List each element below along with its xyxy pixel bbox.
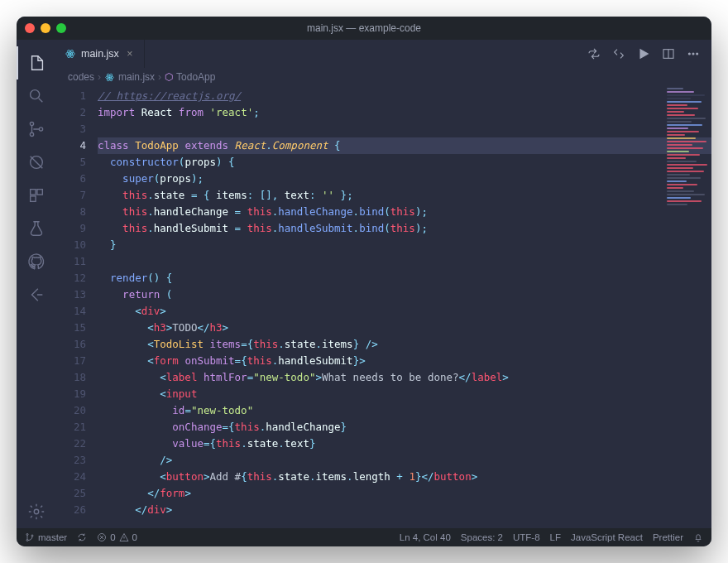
window-controls: [25, 23, 66, 33]
svg-point-17: [109, 76, 111, 78]
breadcrumb-symbol[interactable]: TodoApp: [176, 71, 215, 83]
extensions-icon[interactable]: [17, 179, 56, 212]
svg-point-16: [697, 53, 698, 55]
maximize-window-button[interactable]: [56, 23, 66, 33]
error-icon: [97, 532, 107, 542]
breadcrumb-file[interactable]: main.jsx: [118, 71, 155, 83]
titlebar: main.jsx — example-code: [17, 17, 711, 40]
breadcrumbs[interactable]: codes › main.jsx › ⬡ TodoApp: [56, 68, 711, 86]
svg-point-21: [26, 534, 28, 536]
svg-rect-5: [31, 190, 36, 195]
activity-bar: [17, 40, 56, 528]
svg-point-23: [31, 535, 33, 537]
chevron-right-icon: ›: [158, 71, 161, 83]
close-tab-icon[interactable]: ×: [124, 48, 136, 60]
editor-area: main.jsx × codes › main.jsx › ⬡: [56, 40, 711, 528]
encoding-status[interactable]: UTF-8: [513, 532, 540, 542]
problems-status[interactable]: 0 0: [97, 532, 137, 542]
indentation-status[interactable]: Spaces: 2: [461, 532, 503, 542]
svg-point-0: [31, 90, 40, 99]
explorer-icon[interactable]: [17, 46, 56, 79]
tab-filename: main.jsx: [81, 48, 119, 60]
branch-name: master: [38, 532, 67, 542]
tab-bar: main.jsx ×: [56, 40, 711, 68]
formatter-status[interactable]: Prettier: [653, 532, 683, 542]
git-branch-status[interactable]: master: [25, 532, 67, 542]
react-icon: [104, 72, 115, 83]
symbol-class-icon: ⬡: [165, 71, 173, 83]
source-control-icon[interactable]: [17, 113, 56, 146]
breadcrumb-folder[interactable]: codes: [68, 71, 94, 83]
editor-actions: [587, 40, 711, 68]
warning-icon: [119, 532, 129, 542]
search-icon[interactable]: [17, 79, 56, 113]
svg-rect-6: [37, 190, 42, 195]
line-number-gutter[interactable]: 1234567891011121314151617181920212223242…: [56, 86, 98, 528]
go-to-changes-icon[interactable]: [587, 47, 601, 60]
git-branch-icon: [25, 532, 35, 542]
svg-point-1: [30, 122, 33, 125]
svg-rect-7: [31, 196, 36, 201]
svg-point-9: [69, 53, 71, 55]
leetcode-icon[interactable]: [17, 278, 56, 311]
compare-icon[interactable]: [612, 47, 625, 60]
chevron-right-icon: ›: [98, 71, 101, 83]
run-icon[interactable]: [637, 47, 650, 60]
sync-icon: [77, 532, 87, 542]
minimize-window-button[interactable]: [41, 23, 50, 33]
code-editor[interactable]: 1234567891011121314151617181920212223242…: [56, 86, 711, 528]
svg-point-15: [692, 53, 694, 55]
github-icon[interactable]: [17, 245, 56, 278]
svg-point-3: [39, 128, 42, 131]
react-icon: [65, 48, 76, 60]
more-actions-icon[interactable]: [687, 47, 700, 60]
close-window-button[interactable]: [25, 23, 35, 33]
svg-point-14: [688, 53, 690, 55]
tab-main-jsx[interactable]: main.jsx ×: [56, 40, 145, 68]
status-bar: master 0 0 Ln 4, Col 40 Spaces: 2 UTF-8 …: [17, 528, 711, 546]
settings-gear-icon[interactable]: [17, 495, 56, 528]
sync-status[interactable]: [77, 532, 87, 542]
language-mode-status[interactable]: JavaScript React: [571, 532, 643, 542]
svg-point-2: [30, 132, 33, 136]
cursor-position-status[interactable]: Ln 4, Col 40: [400, 532, 451, 542]
window-title: main.jsx — example-code: [307, 22, 421, 34]
eol-status[interactable]: LF: [550, 532, 561, 542]
testing-icon[interactable]: [17, 212, 56, 245]
debug-icon[interactable]: [17, 146, 56, 179]
svg-point-22: [26, 540, 28, 541]
code-content[interactable]: // https://reactjs.org/import React from…: [98, 86, 711, 528]
split-editor-icon[interactable]: [662, 47, 675, 60]
vscode-window: main.jsx — example-code main.jsx ×: [17, 17, 711, 546]
svg-point-8: [34, 509, 39, 514]
notifications-icon[interactable]: [693, 532, 703, 542]
